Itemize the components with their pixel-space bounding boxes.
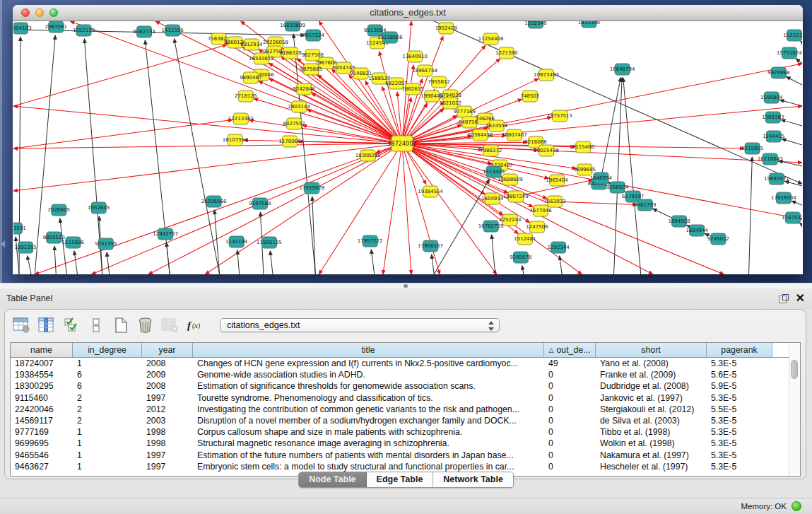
minimize-window-button[interactable] [35,8,44,17]
table-cell[interactable]: 1998 [142,427,193,437]
table-cell[interactable]: 0 [544,462,596,472]
table-cell[interactable]: 1997 [142,462,193,472]
table-cell[interactable]: 9115460 [11,393,73,403]
table-cell[interactable]: 1998 [142,438,193,448]
scrollbar-thumb[interactable] [791,360,798,379]
table-cell[interactable]: 9777169 [11,427,73,437]
table-row[interactable]: 969969511998Structural magnetic resonanc… [11,438,789,449]
table-cell[interactable]: 5.3E-5 [707,450,772,460]
close-panel-icon[interactable]: ✕ [796,291,805,305]
table-cell[interactable]: 18724007 [11,358,73,368]
table-cell[interactable]: 49 [544,358,596,368]
table-cell[interactable]: 1 [73,358,142,368]
table-cell[interactable]: Embryonic stem cells: a model to study s… [193,462,544,472]
table-row[interactable]: 1938455462009Genome-wide association stu… [11,369,789,380]
table-cell[interactable]: 1 [73,438,142,448]
column-header-title[interactable]: title [193,343,544,357]
table-row[interactable]: 977716911998Corpus callosum shape and si… [11,426,789,438]
select-column-icon[interactable] [37,316,56,334]
table-cell[interactable]: Nakamura et al. (1997) [596,450,707,460]
table-cell[interactable]: 22420046 [11,404,73,414]
table-row[interactable]: 1456911722003Disruption of a novel membe… [11,415,789,426]
table-cell[interactable]: 5.5E-5 [707,404,772,414]
table-cell[interactable]: Jankovic et al. (1997) [596,393,707,403]
tab-node-table[interactable]: Node Table [299,472,366,487]
close-window-button[interactable] [21,8,30,17]
table-cell[interactable]: 5.3E-5 [707,462,772,472]
function-builder-icon[interactable]: f(x) [185,316,204,334]
table-cell[interactable]: 2 [73,416,142,426]
table-cell[interactable]: 2 [73,393,142,403]
table-cell[interactable]: 0 [544,450,596,460]
table-cell[interactable]: 5.6E-5 [707,370,772,380]
column-header-out-de-[interactable]: △out_de... [544,343,596,357]
table-cell[interactable]: 1997 [142,450,193,460]
column-header-pagerank[interactable]: pagerank [707,343,772,357]
table-cell[interactable]: 1 [73,462,142,472]
table-cell[interactable]: 5.3E-5 [707,358,772,368]
table-cell[interactable]: 0 [544,416,596,426]
table-row[interactable]: 946362711997Embryonic stem cells: a mode… [11,461,789,472]
table-cell[interactable]: 5.3E-5 [707,416,772,426]
table-cell[interactable]: 0 [544,381,596,391]
table-cell[interactable]: 1 [73,427,142,437]
tab-edge-table[interactable]: Edge Table [367,472,434,487]
collapsed-panel-handle-icon[interactable] [1,240,5,247]
table-cell[interactable]: Wolkin et al. (1998) [596,438,707,448]
tab-network-table[interactable]: Network Table [433,472,513,487]
table-cell[interactable]: Changes of HCN gene expression and I(f) … [193,358,544,368]
table-cell[interactable]: 18300295 [11,381,73,391]
table-cell[interactable]: de Silva et al. (2003) [596,416,707,426]
table-cell[interactable]: 0 [544,438,596,448]
table-cell[interactable]: 1 [73,450,142,460]
table-cell[interactable]: 1997 [142,393,193,403]
column-header-year[interactable]: year [142,343,193,357]
table-cell[interactable]: 2 [73,404,142,414]
table-cell[interactable]: Estimation of significance thresholds fo… [193,381,544,391]
table-cell[interactable]: 5.3E-5 [707,393,772,403]
table-cell[interactable]: 6 [73,381,142,391]
table-row[interactable]: 1872400712008Changes of HCN gene express… [11,358,789,369]
float-panel-icon[interactable] [779,294,789,303]
table-cell[interactable]: Estimation of the future numbers of pati… [193,450,544,460]
table-cell[interactable]: 5.9E-5 [707,381,772,391]
table-row[interactable]: 946554611997Estimation of the future num… [11,450,789,461]
table-cell[interactable]: 2008 [142,358,193,368]
table-cell[interactable]: 5.3E-5 [707,438,772,448]
table-cell[interactable]: Genome-wide association studies in ADHD. [193,370,544,380]
delete-table-icon[interactable] [136,316,155,334]
table-cell[interactable]: Tibbo et al. (1998) [596,427,707,437]
splitter-handle-icon[interactable] [404,284,408,288]
new-table-icon[interactable] [111,316,130,334]
column-header-short[interactable]: short [596,343,707,357]
table-cell[interactable]: 19384554 [11,370,73,380]
table-cell[interactable]: 9465546 [11,450,73,460]
table-cell[interactable]: 6 [73,370,142,380]
table-cell[interactable]: Franke et al. (2009) [596,370,707,380]
table-cell[interactable]: 0 [544,370,596,380]
column-header-in-degree[interactable]: in_degree [73,343,142,357]
table-cell[interactable]: Tourette syndrome. Phenomenology and cla… [193,393,544,403]
table-cell[interactable]: Structural magnetic resonance image aver… [193,438,544,448]
vertical-scrollbar[interactable] [789,343,800,476]
table-cell[interactable]: Hescheler et al. (1997) [596,462,707,472]
table-row[interactable]: 911546021997Tourette syndrome. Phenomeno… [11,392,789,404]
table-cell[interactable]: 2009 [142,370,193,380]
table-cell[interactable]: 0 [544,393,596,403]
table-cell[interactable]: 2012 [142,404,193,414]
table-row[interactable]: 2242004622012Investigating the contribut… [11,404,789,415]
table-cell[interactable]: 2008 [142,381,193,391]
table-row[interactable]: 1830029562008Estimation of significance … [11,380,789,392]
select-all-icon[interactable] [61,316,81,334]
table-cell[interactable]: Dudbridge et al. (2008) [596,381,707,391]
table-cell[interactable]: Disruption of a novel member of a sodium… [193,416,544,426]
table-cell[interactable]: 9699695 [11,438,73,448]
table-cell[interactable]: Corpus callosum shape and size in male p… [193,427,544,437]
table-cell[interactable]: 0 [544,404,596,414]
table-cell[interactable]: Stergiakouli et al. (2012) [596,404,707,414]
table-cell[interactable]: 14569117 [11,416,73,426]
table-settings-icon[interactable] [12,316,31,334]
table-cell[interactable]: Investigating the contribution of common… [193,404,544,414]
table-cell[interactable]: 9463627 [11,462,73,472]
zoom-window-button[interactable] [49,8,58,17]
